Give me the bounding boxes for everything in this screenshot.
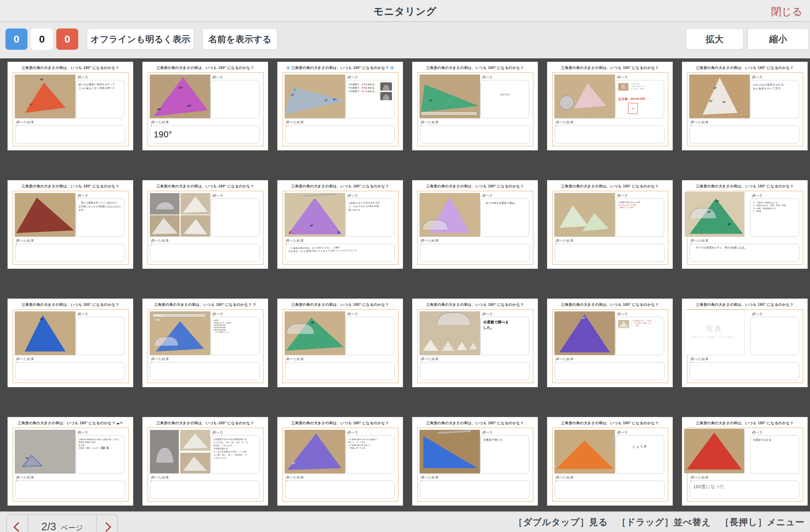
student-card[interactable]: 三角形の角の大きさの和は、いつも 180° になるのかな？60°調べ方分度器で測… xyxy=(412,62,538,150)
student-card[interactable]: 三角形の角の大きさの和は、いつも 180° になるのかな？調べ方①分度器でそれぞ… xyxy=(142,417,268,506)
pencil xyxy=(303,193,336,197)
method-box: ①三角形の角をそれぞれ分度器で調べて、すべて足す。②三角形の角を切り取って、一直… xyxy=(346,435,394,474)
text-line: とわかります。 xyxy=(213,456,257,460)
method-box: 三角形を四角形の折り紙から定規を使ってきる。角度を分度器で測る使う物分度器、定規… xyxy=(76,435,125,474)
method-photo-thumb xyxy=(618,83,628,91)
angle-mark: 45° xyxy=(728,223,731,225)
method-box xyxy=(750,317,799,355)
method-box xyxy=(211,80,259,118)
student-card[interactable]: 三角形の角の大きさの和は、いつも 180° になるのかな？60°調べ方調べた結果 xyxy=(277,299,403,387)
triangle-sketch xyxy=(20,453,44,469)
student-card[interactable]: 三角形の角の大きさの和は、いつも 180° になるのかな？調べ方①分度器で角をは… xyxy=(547,180,673,269)
student-card[interactable]: 三角形の角の大きさの和は、いつも 180° になるのかな？調べ方調べた結果 xyxy=(142,180,268,269)
card-title: 三角形の角の大きさの和は、いつも 180° になるのかな？ xyxy=(547,66,673,70)
method-photo-thumb xyxy=(380,82,392,91)
result-box xyxy=(150,244,260,262)
student-card[interactable]: 三角形の角の大きさの和は、いつも 180° になるのかな？調べ方じょうぎ調べた結… xyxy=(547,417,673,506)
card-title: 三角形の角の大きさの和は、いつも 180° になるのかな？☁✎ xyxy=(8,421,133,426)
student-card[interactable]: 三角形の角の大きさの和は、いつも 180° になるのかな？90°45°45°調べ… xyxy=(682,180,808,269)
triangle-paper xyxy=(15,75,75,118)
text-line: そうすると、45° 45° 90° で、合 xyxy=(213,441,257,444)
student-card[interactable]: 三角形の角の大きさの和は、いつも 180° になるのかな？調べ方正方形に開く、一… xyxy=(547,62,673,150)
card-photo: 60° xyxy=(15,311,76,355)
text-line: ① 三角形に分度器をあてる。 xyxy=(753,201,796,204)
show-names-button[interactable]: 名前を表示する xyxy=(202,28,277,50)
card-photo xyxy=(554,430,615,474)
gesture-hint: ［ダブルタップ］見る ［ドラッグ］並べ替え ［長押し］メニュー xyxy=(514,516,805,528)
student-card[interactable]: 三角形の角の大きさの和は、いつも 180° になるのかな？調べ方分度器で調べまし… xyxy=(412,299,538,387)
student-card[interactable]: 三角形の角の大きさの和は、いつも 180° になるのかな？調べ方分度器ではかる調… xyxy=(682,417,808,506)
photo-collage-tile xyxy=(181,193,210,215)
photo-collage-tile xyxy=(150,193,180,215)
method-box xyxy=(211,198,259,237)
angle-mark: 73 xyxy=(293,89,296,91)
method-box: 三角形にはりの目が分かるので、それぞれ3つの角を分度器ではかる。 xyxy=(346,198,394,237)
angle-mark: 90° xyxy=(716,200,719,203)
card-photo: 60° xyxy=(285,193,345,237)
offline-display-button[interactable]: オフラインも明るく表示 xyxy=(87,28,194,50)
zoom-out-button[interactable]: 縮小 xyxy=(748,28,809,50)
angle-mark: 40+50+90 xyxy=(154,314,164,317)
student-card[interactable]: 三角形の角の大きさの和は、いつも 180° になるのかな？調べ方分度器で測った。… xyxy=(412,417,538,506)
badge-white-count[interactable]: 0 xyxy=(31,28,53,50)
text-line: 分度器ではかる xyxy=(753,438,796,442)
page-number: 2/3 xyxy=(41,521,56,532)
card-photo xyxy=(419,311,480,355)
triangle-paper xyxy=(684,429,744,473)
text-line: ・全ての角を分度器で測る。 xyxy=(483,201,526,205)
text-line: した。 xyxy=(483,325,526,331)
card-title: 三角形の角の大きさの和は、いつも 180° になるのかな？ xyxy=(277,421,403,426)
card-title: 三角形の角の大きさの和は、いつも 180° になるのかな？ xyxy=(682,421,808,426)
toolbar: 0 0 0 オフラインも明るく表示 名前を表示する 拡大 縮小 xyxy=(0,22,810,58)
card-photo xyxy=(419,430,480,474)
text-line: この三角形を辺にそって切る xyxy=(631,320,652,322)
badge-blue-count[interactable]: 0 xyxy=(5,28,27,50)
text-line: ② 角度をはかる。45度、45度、90度。 xyxy=(753,204,796,207)
student-card[interactable]: 三角形の角の大きさの和は、いつも 180° になるのかな？7310°17°角C調… xyxy=(277,62,403,150)
student-card[interactable]: 三角形の角の大きさの和は、いつも 180° になるのかな？60°60°調べ方調べ… xyxy=(8,62,133,150)
chevron-left-icon xyxy=(13,522,23,532)
text-line: ②三角形の角を切り取って、 xyxy=(348,444,392,447)
angle-mark: 60° xyxy=(40,78,44,81)
corner-dot xyxy=(338,231,340,233)
photo-collage-tile xyxy=(181,215,210,236)
next-page-button[interactable] xyxy=(96,515,117,532)
student-card[interactable]: 三角形の角の大きさの和は、いつも 180° になるのかな？調べ方 同じ三角形を作… xyxy=(8,180,133,269)
student-card[interactable]: 三角形の角の大きさの和は、いつも 180° になるのかな？☁✎60調べ方三角形を… xyxy=(8,417,133,506)
result-box xyxy=(690,362,799,380)
triangle-paper xyxy=(180,453,210,473)
student-card[interactable]: 三角形の角の大きさの和は、いつも 180° になるのかな？60°調べ方三角形には… xyxy=(277,180,403,269)
protractor xyxy=(437,313,471,325)
triangle-paper xyxy=(180,430,210,451)
text-line: A 180度 xyxy=(753,210,796,212)
student-card[interactable]: 三角形の角の大きさの和は、いつも 180° になるのかな？？40+50+90=1… xyxy=(142,299,268,387)
text-line: 分度器で測った。 xyxy=(483,438,526,442)
angle-mark: 45° xyxy=(707,211,711,213)
zoom-in-button[interactable]: 拡大 xyxy=(686,28,743,50)
badge-red-count[interactable]: 0 xyxy=(56,28,78,50)
student-card[interactable]: 三角形の角の大きさの和は、いつも 180° になるのかな？60°65°65°調べ… xyxy=(142,62,268,150)
result-box: 190° xyxy=(150,125,260,143)
student-card[interactable]: 三角形の角の大きさの和は、いつも 180° になるのかな？写真iPadのカメラで… xyxy=(682,299,808,387)
result-box xyxy=(285,362,395,380)
close-button[interactable]: 閉じる xyxy=(771,5,802,19)
card-photo xyxy=(554,193,615,237)
prev-page-button[interactable] xyxy=(7,515,28,532)
photo-placeholder-hint: iPadのカメラでとった写真を「+」ボタンから追加しよう xyxy=(684,336,744,338)
student-card[interactable]: 三角形の角の大きさの和は、いつも 180° になるのかな？35°調べ方①三角形の… xyxy=(277,417,403,506)
car-sketch xyxy=(101,447,105,449)
triangle-paper xyxy=(181,193,210,215)
student-card[interactable]: 三角形の角の大きさの和は、いつも 180° になるのかな？30°60°90°調べ… xyxy=(682,62,808,150)
student-card[interactable]: 三角形の角の大きさの和は、いつも 180° になるのかな？60°調べ方調べた結果 xyxy=(8,299,133,387)
text-line: と、3つの角が一直線になら xyxy=(631,322,652,325)
protractor xyxy=(422,220,448,229)
card-photo xyxy=(15,193,76,237)
method-note-lines: この三角形を辺にそって切ると、3つの角が一直線にならぶ。→180° xyxy=(631,320,652,327)
student-card[interactable]: 三角形の角の大きさの和は、いつも 180° になるのかな？調べ方・全ての角を分度… xyxy=(412,180,538,269)
student-card[interactable]: 三角形の角の大きさの和は、いつも 180° になるのかな？60°調べ方この三角形… xyxy=(547,299,673,387)
protractor xyxy=(286,324,315,334)
text-line: 分度器で調べま xyxy=(483,320,526,325)
text-line: ④60+60+60=180 xyxy=(213,327,257,329)
protractor xyxy=(156,202,174,210)
protractor xyxy=(154,337,178,346)
